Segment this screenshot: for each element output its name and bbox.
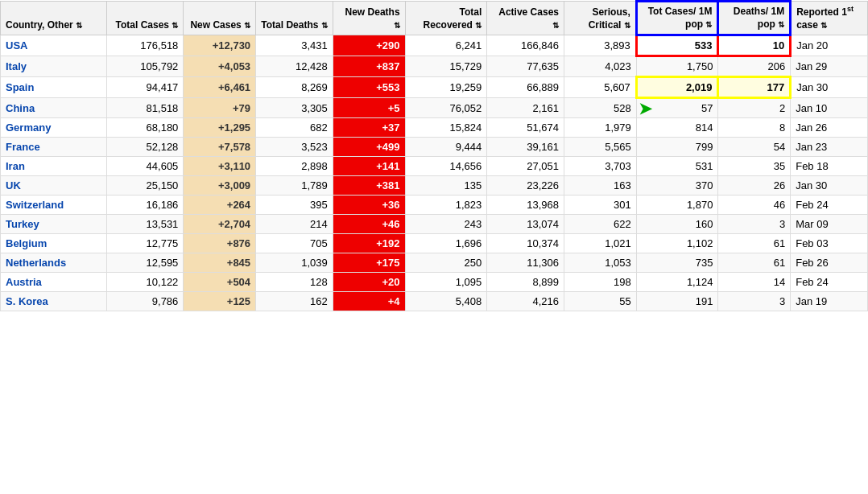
sort-icon-new-cases: ⇅ (244, 21, 250, 30)
total-recovered-cell: 243 (405, 215, 487, 234)
header-country[interactable]: Country, Other ⇅ (1, 2, 107, 35)
serious-critical-cell: 301 (564, 196, 636, 215)
total-deaths-cell: 12,428 (256, 56, 333, 77)
serious-critical-cell: 3,893 (564, 35, 636, 56)
tot-cases-per-m-cell: 531 (636, 157, 718, 176)
tot-cases-per-m-cell: 1,124 (636, 273, 718, 292)
new-cases-cell: +876 (184, 234, 256, 253)
tot-cases-per-m-cell: 814 (636, 118, 718, 138)
total-cases-cell: 16,186 (106, 196, 184, 215)
serious-critical-cell: 1,053 (564, 253, 636, 273)
total-deaths-cell: 682 (256, 118, 333, 138)
total-deaths-cell: 3,431 (256, 35, 333, 56)
deaths-per-m-cell: 3 (718, 215, 791, 234)
serious-critical-cell: 5,607 (564, 77, 636, 98)
country-link[interactable]: Italy (6, 60, 27, 72)
sort-icon-active: ⇅ (552, 21, 559, 30)
table-row: Spain94,417+6,4618,269+55319,25966,8895,… (1, 77, 868, 98)
total-deaths-cell: 3,305 (256, 98, 333, 118)
country-cell: Netherlands (1, 253, 107, 273)
reported-date-cell: Feb 24 (791, 196, 868, 215)
new-deaths-cell: +381 (333, 176, 405, 196)
new-deaths-cell: +553 (333, 77, 405, 98)
country-link[interactable]: Switzerland (6, 199, 64, 211)
reported-date-cell: Jan 29 (791, 56, 868, 77)
deaths-per-m-cell: 26 (718, 176, 791, 196)
serious-critical-cell: 528 (564, 98, 636, 118)
new-cases-cell: +125 (184, 292, 256, 311)
table-row: France52,128+7,5783,523+4999,44439,1615,… (1, 138, 868, 157)
new-deaths-cell: +290 (333, 35, 405, 56)
table-row: Turkey13,531+2,704214+4624313,0746221603… (1, 215, 868, 234)
country-cell: France (1, 138, 107, 157)
header-total-deaths[interactable]: Total Deaths ⇅ (256, 2, 333, 35)
new-cases-cell: +1,295 (184, 118, 256, 138)
header-total-cases[interactable]: Total Cases ⇅ (106, 2, 184, 35)
total-deaths-cell: 705 (256, 234, 333, 253)
serious-critical-cell: 4,023 (564, 56, 636, 77)
deaths-per-m-cell: 3 (718, 292, 791, 311)
total-recovered-cell: 1,095 (405, 273, 487, 292)
total-deaths-cell: 1,039 (256, 253, 333, 273)
active-cases-cell: 10,374 (487, 234, 564, 253)
new-deaths-cell: +192 (333, 234, 405, 253)
country-link[interactable]: Belgium (6, 237, 47, 249)
table-row: Switzerland16,186+264395+361,82313,96830… (1, 196, 868, 215)
total-cases-cell: 44,605 (106, 157, 184, 176)
header-serious-critical[interactable]: Serious, Critical ⇅ (564, 2, 636, 35)
country-link[interactable]: Netherlands (6, 257, 66, 269)
country-link[interactable]: UK (6, 179, 21, 191)
deaths-per-m-cell: 10 (718, 35, 791, 56)
tot-cases-per-m-cell: 735 (636, 253, 718, 273)
sort-icon-recovered: ⇅ (475, 21, 482, 30)
country-link[interactable]: Iran (6, 160, 25, 172)
total-deaths-cell: 8,269 (256, 77, 333, 98)
country-link[interactable]: Turkey (6, 218, 39, 230)
sort-icon-total-deaths: ⇅ (321, 21, 328, 30)
header-new-deaths[interactable]: New Deaths ⇅ (333, 2, 405, 35)
country-link[interactable]: Spain (6, 81, 34, 93)
new-deaths-cell: +4 (333, 292, 405, 311)
sort-icon-new-deaths: ⇅ (394, 21, 400, 30)
header-tot-cases-per-m[interactable]: Tot Cases/ 1M pop ⇅ (636, 2, 718, 35)
total-cases-cell: 105,792 (106, 56, 184, 77)
total-recovered-cell: 5,408 (405, 292, 487, 311)
header-deaths-per-m[interactable]: Deaths/ 1M pop ⇅ (718, 2, 791, 35)
reported-date-cell: Jan 30 (791, 77, 868, 98)
active-cases-cell: 13,074 (487, 215, 564, 234)
header-new-cases[interactable]: New Cases ⇅ (184, 2, 256, 35)
header-total-recovered[interactable]: Total Recovered ⇅ (405, 2, 487, 35)
deaths-per-m-cell: 54 (718, 138, 791, 157)
total-cases-cell: 81,518 (106, 98, 184, 118)
country-link[interactable]: Germany (6, 121, 51, 134)
deaths-per-m-cell: 14 (718, 273, 791, 292)
reported-date-cell: Feb 03 (791, 234, 868, 253)
country-link[interactable]: S. Korea (6, 295, 48, 307)
tot-cases-per-m-cell: 160 (636, 215, 718, 234)
total-recovered-cell: 76,052 (405, 98, 487, 118)
new-cases-cell: +79 (184, 98, 256, 118)
country-link[interactable]: France (6, 141, 40, 153)
header-active-cases[interactable]: Active Cases ⇅ (487, 2, 564, 35)
tot-cases-per-m-cell: 1,102 (636, 234, 718, 253)
new-cases-cell: +264 (184, 196, 256, 215)
reported-date-cell: Jan 20 (791, 35, 868, 56)
country-link[interactable]: USA (6, 39, 27, 51)
country-cell: Spain (1, 77, 107, 98)
total-cases-cell: 176,518 (106, 35, 184, 56)
header-reported-first-case[interactable]: Reported 1st case ⇅ (791, 2, 868, 35)
country-cell: Italy (1, 56, 107, 77)
serious-critical-cell: 5,565 (564, 138, 636, 157)
deaths-per-m-cell: 35 (718, 157, 791, 176)
total-deaths-cell: 395 (256, 196, 333, 215)
active-cases-cell: 11,306 (487, 253, 564, 273)
country-link[interactable]: Austria (6, 276, 42, 288)
sort-icon-deaths-m: ⇅ (778, 20, 784, 29)
new-deaths-cell: +46 (333, 215, 405, 234)
table-row: Germany68,180+1,295682+3715,82451,6741,9… (1, 118, 868, 138)
new-deaths-cell: +141 (333, 157, 405, 176)
country-link[interactable]: China (6, 102, 35, 114)
reported-date-cell: Jan 10 (791, 98, 868, 118)
deaths-per-m-cell: 46 (718, 196, 791, 215)
active-cases-cell: 13,968 (487, 196, 564, 215)
